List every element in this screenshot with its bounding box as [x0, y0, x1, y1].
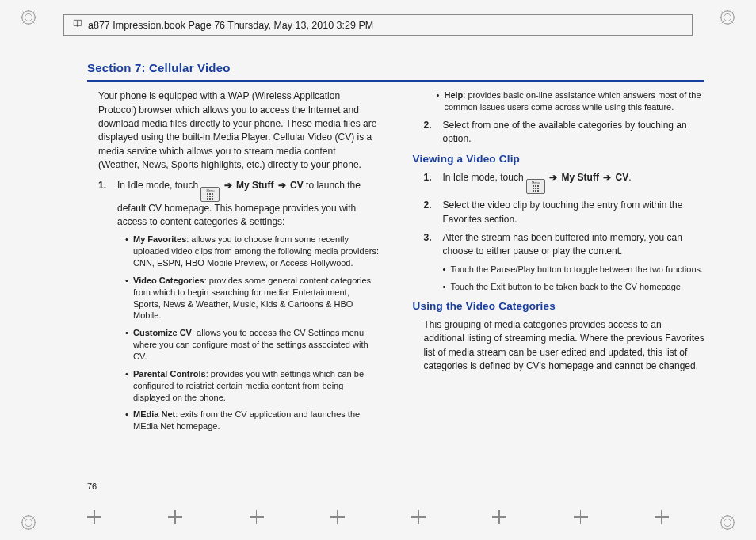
- step-body: Select the video clip by touching the en…: [443, 199, 705, 226]
- bullet-title: Customize CV: [133, 328, 192, 337]
- right-column: Help: provides basic on-line assistance …: [413, 89, 705, 496]
- bullet-media-net: MEdia Net: exits from the CV application…: [125, 409, 380, 432]
- crop-mark-icon: [168, 510, 182, 524]
- crop-mark-icon: [492, 510, 506, 524]
- arrow-icon: ➔: [599, 172, 616, 183]
- crop-mark-icon: [250, 510, 264, 524]
- crop-mark-icon: [87, 510, 101, 524]
- crop-marks-bottom: [54, 510, 702, 524]
- step-body: In Idle mode, touch Menu ➔ My Stuff ➔ CV…: [117, 179, 380, 230]
- menu-icon: Menu: [526, 179, 545, 194]
- breadcrumb-my-stuff: My Stuff: [236, 180, 273, 191]
- bullet-body: : provides basic on-line assistance whic…: [445, 90, 701, 112]
- corner-ornament-bottom-left: [19, 513, 38, 532]
- two-column-layout: Your phone is equipped with a WAP (Wirel…: [87, 89, 704, 496]
- svg-point-1: [25, 13, 32, 21]
- bullet-title: Video Categories: [133, 276, 204, 285]
- left-column: Your phone is equipped with a WAP (Wirel…: [87, 89, 380, 496]
- v1-prefix: In Idle mode, touch: [443, 172, 526, 183]
- corner-ornament-top-left: [19, 8, 38, 27]
- svg-point-21: [25, 519, 32, 526]
- step-number: 1.: [98, 179, 109, 230]
- procedure-step-1: 1. In Idle mode, touch Menu ➔ My Stuff ➔…: [87, 179, 380, 230]
- intro-paragraph: Your phone is equipped with a WAP (Wirel…: [98, 89, 380, 172]
- step-body: In Idle mode, touch Menu ➔ My Stuff ➔ CV…: [443, 171, 632, 194]
- crop-mark-icon: [330, 510, 345, 524]
- bullet-my-favorites: My Favorites: allows you to choose from …: [125, 234, 380, 269]
- bullet-title: Parental Controls: [133, 369, 206, 378]
- svg-point-11: [724, 13, 731, 21]
- viewing-step-1: 1. In Idle mode, touch Menu ➔ My Stuff ➔…: [413, 171, 705, 194]
- step-body: Select from one of the available categor…: [443, 119, 705, 146]
- arrow-icon: ➔: [548, 172, 561, 183]
- book-icon: [72, 18, 83, 32]
- step-number: 2.: [424, 119, 435, 146]
- bullet-title: MEdia Net: [133, 409, 175, 419]
- step-number: 1.: [424, 171, 435, 194]
- arrow-icon: ➔: [273, 180, 290, 191]
- crop-mark-icon: [574, 510, 588, 524]
- using-paragraph: This grouping of media categories provid…: [424, 318, 705, 374]
- subheading-using-video-categories: Using the Video Categories: [413, 299, 705, 314]
- breadcrumb-cv: CV: [616, 172, 629, 183]
- menu-icon: Menu: [200, 187, 220, 202]
- corner-ornament-bottom-right: [718, 513, 737, 532]
- breadcrumb-cv: CV: [290, 180, 304, 191]
- crop-mark-icon: [655, 510, 669, 524]
- step-number: 3.: [424, 231, 435, 259]
- bullet-customize-cv: Customize CV: allows you to access the C…: [125, 327, 380, 363]
- step-body: After the stream has been buffered into …: [443, 231, 705, 259]
- page-content: Section 7: Cellular Video Your phone is …: [87, 59, 704, 496]
- svg-point-31: [724, 519, 731, 526]
- crop-mark-icon: [411, 510, 426, 524]
- bullet-pause-play: Touch the Pause/Play button to toggle be…: [443, 264, 705, 276]
- procedure-step-2: 2. Select from one of the available cate…: [413, 119, 705, 146]
- bullet-title: Help: [445, 90, 464, 100]
- corner-ornament-top-right: [718, 8, 737, 27]
- document-header-box: a877 Impression.book Page 76 Thursday, M…: [63, 14, 693, 36]
- section-title-rule: [87, 80, 704, 82]
- bullet-title: My Favorites: [133, 234, 186, 244]
- step-number: 2.: [424, 199, 435, 226]
- viewing-step-3: 3. After the stream has been buffered in…: [413, 231, 705, 259]
- bullet-video-categories: Video Categories: provides some general …: [125, 275, 380, 321]
- subheading-viewing-video-clip: Viewing a Video Clip: [413, 151, 705, 167]
- arrow-icon: ➔: [223, 180, 236, 191]
- bullet-parental-controls: Parental Controls: provides you with set…: [125, 368, 380, 404]
- breadcrumb-my-stuff: My Stuff: [562, 172, 599, 183]
- v1-end: .: [628, 172, 631, 183]
- viewing-step-2: 2. Select the video clip by touching the…: [413, 199, 705, 226]
- step1-prefix: In Idle mode, touch: [117, 180, 200, 191]
- bullet-help: Help: provides basic on-line assistance …: [437, 89, 705, 113]
- document-header-text: a877 Impression.book Page 76 Thursday, M…: [88, 20, 373, 31]
- page-number: 76: [87, 481, 97, 493]
- bullet-exit: Touch the Exit button to be taken back t…: [443, 281, 705, 293]
- section-title: Section 7: Cellular Video: [87, 59, 704, 77]
